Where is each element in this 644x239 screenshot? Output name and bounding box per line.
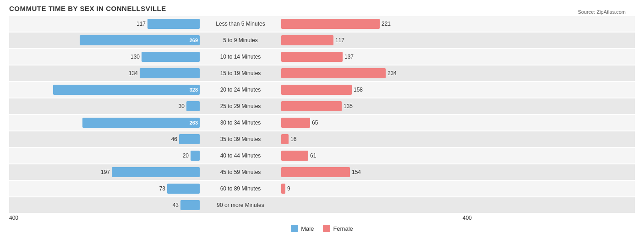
legend-male-label: Male — [301, 225, 314, 232]
chart-area: 117 Less than 5 Minutes 221 269 5 to 9 M… — [9, 16, 635, 213]
chart-row: 43 90 or more Minutes — [9, 197, 635, 213]
chart-row: 20 40 to 44 Minutes 61 — [9, 148, 635, 163]
chart-row: 134 15 to 19 Minutes 234 — [9, 65, 635, 81]
male-inner-value: 269 — [190, 38, 198, 43]
male-bar-container: 328 — [9, 85, 200, 95]
female-bar — [281, 52, 343, 62]
male-bar-container: 263 — [9, 118, 200, 128]
female-value: 234 — [387, 70, 401, 76]
legend-female: Female — [323, 225, 353, 232]
male-bar — [142, 52, 200, 62]
male-value: 197 — [96, 169, 110, 175]
male-bar-container: 30 — [9, 101, 200, 111]
male-bar — [191, 151, 200, 161]
male-bar-container: 130 — [9, 52, 200, 62]
male-value: 134 — [124, 70, 138, 76]
female-value: 137 — [344, 54, 358, 60]
male-bar: 263 — [82, 118, 200, 128]
left-section: 30 — [9, 101, 202, 111]
male-value: 73 — [152, 185, 165, 192]
chart-title: Commute Time by Sex in Connellsville — [9, 5, 635, 12]
female-value: 158 — [354, 87, 367, 93]
female-bar — [281, 134, 289, 144]
male-bar-container: 134 — [9, 68, 200, 78]
female-value: 61 — [310, 152, 324, 159]
axis-right-label: 400 — [279, 215, 472, 221]
chart-row: 30 25 to 29 Minutes 135 — [9, 98, 635, 114]
row-label: 90 or more Minutes — [202, 202, 279, 208]
row-label: 5 to 9 Minutes — [202, 37, 279, 43]
row-label: 45 to 59 Minutes — [202, 169, 279, 175]
chart-row: 117 Less than 5 Minutes 221 — [9, 16, 635, 32]
male-bar: 328 — [53, 85, 200, 95]
right-section: 135 — [279, 101, 472, 111]
row-label: 40 to 44 Minutes — [202, 152, 279, 159]
male-value: 130 — [126, 54, 140, 60]
male-bar-container: 269 — [9, 35, 200, 45]
male-bar-container: 197 — [9, 167, 200, 177]
legend: Male Female — [9, 225, 635, 232]
female-bar — [281, 35, 333, 45]
left-section: 117 — [9, 19, 202, 29]
right-section: 117 — [279, 35, 472, 45]
male-bar-container: 73 — [9, 184, 200, 194]
right-section: 9 — [279, 184, 472, 194]
male-inner-value: 328 — [190, 87, 198, 92]
chart-wrapper: Source: ZipAtlas.com Commute Time by Sex… — [9, 5, 635, 232]
chart-row: 73 60 to 89 Minutes 9 — [9, 181, 635, 196]
female-value: 65 — [312, 120, 326, 126]
female-bar — [281, 19, 380, 29]
row-label: Less than 5 Minutes — [202, 21, 279, 27]
legend-female-box — [323, 225, 330, 232]
male-bar-container: 43 — [9, 200, 200, 210]
right-section: 221 — [279, 19, 472, 29]
female-bar — [281, 184, 285, 194]
right-section — [279, 200, 472, 210]
female-value: 16 — [290, 136, 304, 142]
row-label: 15 to 19 Minutes — [202, 70, 279, 76]
left-section: 73 — [9, 184, 202, 194]
male-bar — [147, 19, 200, 29]
chart-row: 46 35 to 39 Minutes 16 — [9, 131, 635, 147]
right-section: 234 — [279, 68, 472, 78]
male-inner-value: 263 — [190, 120, 198, 125]
female-value: 221 — [382, 21, 395, 27]
male-bar: 269 — [80, 35, 200, 45]
male-value: 30 — [171, 103, 185, 109]
male-bar — [179, 134, 200, 144]
row-label: 10 to 14 Minutes — [202, 54, 279, 60]
female-bar — [281, 85, 352, 95]
axis-left-label: 400 — [9, 215, 202, 221]
female-bar — [281, 68, 386, 78]
right-section: 16 — [279, 134, 472, 144]
source-label: Source: ZipAtlas.com — [578, 9, 626, 15]
male-value: 43 — [165, 202, 179, 208]
axis-row: 400 400 — [9, 215, 635, 221]
right-section: 154 — [279, 167, 472, 177]
right-section: 137 — [279, 52, 472, 62]
left-section: 197 — [9, 167, 202, 177]
left-section: 134 — [9, 68, 202, 78]
chart-row: 269 5 to 9 Minutes 117 — [9, 33, 635, 48]
chart-row: 197 45 to 59 Minutes 154 — [9, 164, 635, 180]
row-label: 20 to 24 Minutes — [202, 87, 279, 93]
male-bar — [180, 200, 200, 210]
right-section: 65 — [279, 118, 472, 128]
row-label: 35 to 39 Minutes — [202, 136, 279, 142]
female-value: 9 — [287, 185, 301, 192]
row-label: 30 to 34 Minutes — [202, 120, 279, 126]
male-bar-container: 46 — [9, 134, 200, 144]
chart-row: 263 30 to 34 Minutes 65 — [9, 115, 635, 130]
male-bar — [112, 167, 200, 177]
chart-row: 328 20 to 24 Minutes 158 — [9, 82, 635, 98]
female-bar — [281, 167, 350, 177]
female-value: 117 — [335, 37, 349, 43]
female-bar — [281, 101, 342, 111]
male-bar — [167, 184, 200, 194]
chart-row: 130 10 to 14 Minutes 137 — [9, 49, 635, 65]
legend-male-box — [291, 225, 298, 232]
row-label: 25 to 29 Minutes — [202, 103, 279, 109]
male-value: 20 — [175, 152, 189, 159]
male-value: 46 — [164, 136, 177, 142]
male-bar — [140, 68, 200, 78]
